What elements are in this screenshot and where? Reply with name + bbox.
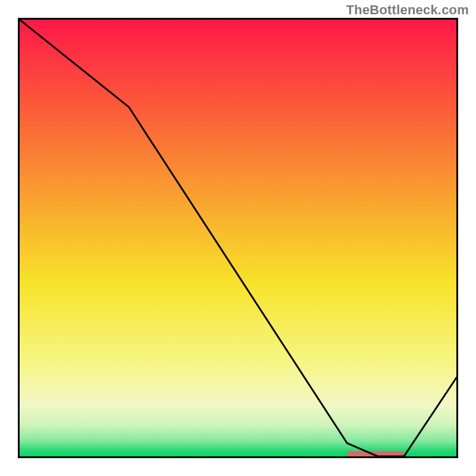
gradient-background [20, 20, 456, 456]
bottleneck-chart [20, 20, 456, 456]
watermark-text: TheBottleneck.com [346, 2, 469, 18]
chart-stage: TheBottleneck.com [0, 0, 476, 476]
plot-area [20, 20, 456, 456]
plot-frame [18, 18, 458, 458]
